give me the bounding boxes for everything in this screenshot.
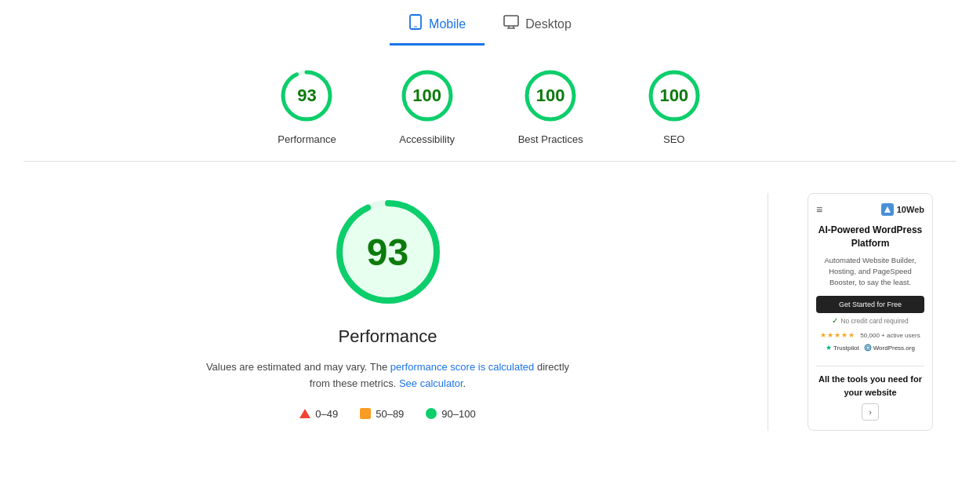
legend-fail-range: 0–49 <box>315 408 338 420</box>
legend-red-icon <box>299 409 310 418</box>
ad-trust-count: 50,000 + active users <box>860 332 920 339</box>
legend-pass-range: 90–100 <box>441 408 475 420</box>
tab-mobile[interactable]: Mobile <box>390 6 485 46</box>
score-item-seo: 100 SEO <box>646 67 702 145</box>
ad-logo: 10Web <box>881 203 924 216</box>
legend-pass: 90–100 <box>426 408 475 420</box>
score-item-performance: 93 Performance <box>278 67 336 145</box>
vertical-divider <box>768 193 768 431</box>
svg-rect-2 <box>504 16 518 26</box>
score-item-best-practices: 100 Best Practices <box>518 67 583 145</box>
score-value-seo: 100 <box>659 86 688 106</box>
tab-bar: Mobile Desktop <box>0 0 980 46</box>
score-value-best-practices: 100 <box>536 86 565 106</box>
ad-no-cc: ✓ No credit card required <box>832 316 908 325</box>
mobile-icon <box>408 14 423 34</box>
svg-point-17 <box>865 344 871 351</box>
score-circle-performance: 93 <box>278 67 335 124</box>
ad-check-icon: ✓ <box>832 316 838 325</box>
main-score-value: 93 <box>367 231 408 274</box>
ad-cta-button[interactable]: Get Started for Free <box>816 296 924 313</box>
ad-logo-text: 10Web <box>897 205 924 214</box>
legend-fail: 0–49 <box>299 408 338 420</box>
score-circle-best-practices: 100 <box>522 67 579 124</box>
main-score-circle: 93 <box>329 193 447 311</box>
legend: 0–49 50–89 90–100 <box>299 408 475 420</box>
see-calculator-link[interactable]: See calculator <box>399 377 463 389</box>
score-label-performance: Performance <box>278 133 336 145</box>
ad-trust-badges: ★ Trustpilot WordPress.org <box>826 344 915 352</box>
ad-wordpress-org: WordPress.org <box>864 344 915 352</box>
perf-description: Values are estimated and may vary. The p… <box>200 359 576 392</box>
legend-orange-icon <box>360 408 371 419</box>
ad-tools-title: All the tools you need for your website <box>816 373 924 399</box>
ad-stars: ★★★★★ <box>820 331 855 339</box>
score-label-best-practices: Best Practices <box>518 133 583 145</box>
main-score-title: Performance <box>339 326 437 347</box>
score-item-accessibility: 100 Accessibility <box>399 67 456 145</box>
ad-subtitle: Automated Website Builder, Hosting, and … <box>816 255 924 289</box>
perf-desc-suffix: . <box>463 377 466 389</box>
svg-marker-16 <box>884 206 891 213</box>
tab-mobile-label: Mobile <box>429 17 466 31</box>
legend-green-icon <box>426 408 437 419</box>
score-value-accessibility: 100 <box>412 86 441 106</box>
score-circle-accessibility: 100 <box>399 67 456 124</box>
legend-avg-range: 50–89 <box>376 408 404 420</box>
ad-trustpilot: ★ Trustpilot <box>826 344 859 352</box>
ad-tp-star: ★ <box>826 344 832 352</box>
tab-desktop-label: Desktop <box>525 17 572 31</box>
perf-score-link[interactable]: performance score is calculated <box>390 361 535 373</box>
ad-menu-icon: ≡ <box>816 203 822 216</box>
ad-panel: ≡ 10Web AI-Powered WordPress Platform Au… <box>808 193 933 431</box>
score-value-performance: 93 <box>297 86 316 106</box>
score-circle-seo: 100 <box>646 67 702 124</box>
perf-desc-prefix: Values are estimated and may vary. The <box>206 361 390 373</box>
tab-desktop[interactable]: Desktop <box>485 6 590 46</box>
ad-top-bar: ≡ 10Web <box>816 203 924 216</box>
left-section: 93 Performance Values are estimated and … <box>47 193 728 431</box>
svg-point-18 <box>865 347 871 349</box>
ad-divider <box>816 366 924 366</box>
ad-trust-row: ★★★★★ 50,000 + active users <box>820 331 920 339</box>
ad-arrow-button[interactable]: › <box>862 403 879 421</box>
scores-row: 93 Performance 100 Accessibility 100 Bes… <box>0 46 980 161</box>
score-label-seo: SEO <box>663 133 684 145</box>
legend-avg: 50–89 <box>360 408 404 420</box>
svg-rect-1 <box>414 27 417 27</box>
ad-title: AI-Powered WordPress Platform <box>816 224 924 250</box>
desktop-icon <box>503 15 519 33</box>
ad-logo-icon <box>881 203 894 216</box>
score-label-accessibility: Accessibility <box>399 133 455 145</box>
main-content: 93 Performance Values are estimated and … <box>0 162 980 454</box>
